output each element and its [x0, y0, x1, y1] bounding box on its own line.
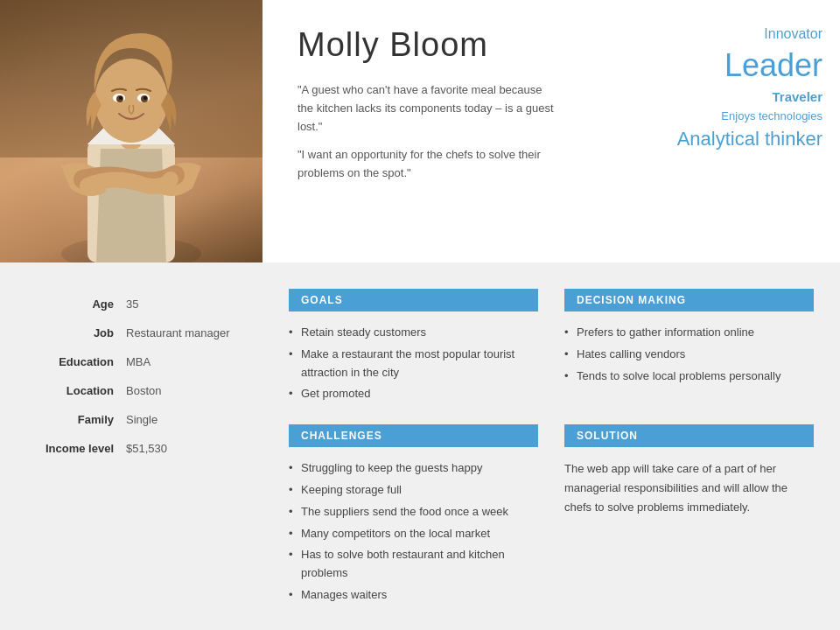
sidebar-label-job: Job	[35, 326, 114, 340]
challenge-item-4: Many competitors on the local market	[289, 525, 538, 543]
sidebar-label-family: Family	[35, 413, 114, 426]
sidebar-item-age: Age 35	[35, 298, 236, 311]
top-section: Molly Bloom "A guest who can't have a fa…	[0, 0, 840, 262]
challenge-item-6: Manages waiters	[289, 586, 538, 605]
solution-header: SOLUTION	[564, 424, 814, 447]
sidebar-item-income: Income level $51,530	[35, 442, 236, 455]
sidebar-item-family: Family Single	[35, 413, 236, 426]
sidebar-value-income: $51,530	[126, 442, 167, 455]
trait-innovator: Innovator	[764, 26, 822, 42]
solution-card: SOLUTION The web app will take care of a…	[564, 424, 814, 608]
goals-header: GOALS	[289, 289, 538, 312]
sidebar-value-job: Restaurant manager	[126, 326, 230, 340]
decision-item-1: Prefers to gather information online	[564, 324, 814, 342]
svg-point-3	[94, 59, 168, 143]
challenges-header: CHALLENGES	[289, 424, 538, 447]
goal-item-2: Make a restaurant the most popular touri…	[289, 346, 538, 382]
decision-making-header: DECISION MAKING	[564, 289, 814, 312]
persona-photo	[0, 0, 262, 262]
main-content: GOALS Retain steady customers Make a res…	[262, 262, 840, 626]
sidebar-value-age: 35	[126, 298, 138, 311]
intro-area: Molly Bloom "A guest who can't have a fa…	[262, 0, 648, 262]
challenge-item-3: The suppliers send the food once a week	[289, 503, 538, 522]
svg-point-9	[144, 96, 147, 100]
trait-leader: Leader	[724, 47, 822, 84]
sidebar-label-age: Age	[35, 298, 114, 311]
decision-making-card: DECISION MAKING Prefers to gather inform…	[564, 289, 814, 407]
persona-name: Molly Bloom	[298, 26, 612, 64]
challenges-card: CHALLENGES Struggling to keep the guests…	[289, 424, 538, 608]
sidebar-label-location: Location	[35, 384, 114, 397]
sidebar-value-education: MBA	[126, 355, 150, 368]
person-svg	[35, 26, 228, 262]
sidebar-item-education: Education MBA	[35, 355, 236, 368]
svg-point-8	[119, 96, 122, 100]
decision-item-3: Tends to solve local problems personally	[564, 368, 814, 386]
solution-text: The web app will take care of a part of …	[564, 459, 814, 517]
quote-1: "A guest who can't have a favorite meal …	[298, 81, 560, 136]
goal-item-3: Get promoted	[289, 385, 538, 403]
sidebar: Age 35 Job Restaurant manager Education …	[0, 262, 262, 626]
trait-analytical: Analytical thinker	[677, 128, 822, 150]
persona-quotes: "A guest who can't have a favorite meal …	[298, 81, 560, 193]
decision-item-2: Hates calling vendors	[564, 346, 814, 364]
sidebar-value-location: Boston	[126, 384, 161, 397]
challenges-list: Struggling to keep the guests happy Keep…	[289, 459, 538, 608]
footer: Template bywww.blog.filestage.io FILESTA…	[0, 626, 840, 630]
quote-2: "I want an opportunity for the chefs to …	[298, 146, 560, 183]
bottom-section: Age 35 Job Restaurant manager Education …	[0, 262, 840, 626]
goals-list: Retain steady customers Make a restauran…	[289, 324, 538, 407]
decision-making-list: Prefers to gather information online Hat…	[564, 324, 814, 388]
sidebar-item-job: Job Restaurant manager	[35, 326, 236, 340]
goal-item-1: Retain steady customers	[289, 324, 538, 342]
challenge-item-1: Struggling to keep the guests happy	[289, 459, 538, 478]
sidebar-item-location: Location Boston	[35, 384, 236, 397]
challenge-item-2: Keeping storage full	[289, 481, 538, 500]
sidebar-label-education: Education	[35, 355, 114, 368]
trait-enjoys: Enjoys technologies	[721, 109, 822, 122]
goals-card: GOALS Retain steady customers Make a res…	[289, 289, 538, 407]
sidebar-label-income: Income level	[35, 442, 114, 455]
challenge-item-5: Has to solve both restaurant and kitchen…	[289, 546, 538, 583]
sidebar-value-family: Single	[126, 413, 158, 426]
traits-area: Innovator Leader Traveler Enjoys technol…	[648, 0, 840, 262]
trait-traveler: Traveler	[772, 89, 822, 104]
